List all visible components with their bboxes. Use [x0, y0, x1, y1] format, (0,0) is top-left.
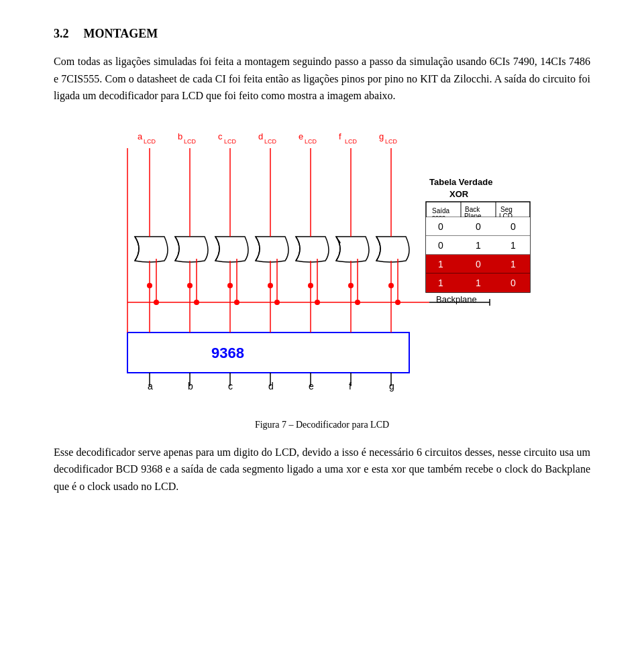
svg-point-46 [388, 283, 394, 288]
svg-text:b: b [188, 381, 193, 391]
svg-text:1: 1 [511, 259, 516, 269]
svg-text:d: d [258, 131, 263, 141]
svg-text:0: 0 [511, 221, 516, 232]
svg-rect-0 [127, 332, 409, 373]
circuit-diagram: 9368 a b c d e f g a LCD b LCD c LCD d L… [87, 125, 557, 413]
svg-text:a: a [148, 381, 153, 391]
svg-text:1: 1 [476, 278, 481, 288]
svg-text:LCD: LCD [305, 138, 317, 145]
svg-text:1: 1 [438, 278, 443, 288]
svg-text:0: 0 [476, 259, 481, 269]
svg-text:LCD: LCD [144, 138, 156, 145]
paragraph-1: Com todas as ligações simuladas foi feit… [54, 53, 590, 105]
svg-text:1: 1 [438, 259, 443, 269]
svg-text:LCD: LCD [224, 138, 237, 145]
svg-point-41 [187, 283, 193, 288]
svg-text:0: 0 [438, 240, 443, 251]
svg-point-58 [274, 300, 280, 305]
svg-text:1: 1 [511, 240, 516, 251]
svg-point-61 [395, 300, 400, 305]
svg-text:0: 0 [511, 278, 516, 288]
svg-text:LCD: LCD [264, 138, 277, 145]
svg-point-45 [348, 283, 354, 288]
figure-caption: Figura 7 – Decodificador para LCD [255, 420, 389, 430]
svg-point-42 [227, 283, 233, 288]
svg-text:c: c [218, 131, 223, 141]
svg-point-44 [308, 283, 313, 288]
svg-text:g: g [389, 381, 394, 391]
svg-point-56 [194, 300, 199, 305]
svg-text:Tabela Verdade: Tabela Verdade [429, 177, 492, 187]
svg-point-43 [268, 283, 273, 288]
section-title: 3.2 MONTAGEM [54, 27, 590, 41]
svg-text:LCD: LCD [184, 138, 197, 145]
svg-point-60 [355, 300, 360, 305]
paragraph-2: Esse decodificador serve apenas para um … [54, 444, 590, 495]
svg-point-57 [234, 300, 239, 305]
svg-rect-78 [426, 217, 461, 236]
svg-rect-92 [426, 255, 461, 274]
svg-rect-85 [426, 236, 461, 255]
svg-point-59 [315, 300, 320, 305]
svg-text:0: 0 [476, 221, 481, 232]
figure-container: 9368 a b c d e f g a LCD b LCD c LCD d L… [54, 125, 590, 430]
svg-rect-99 [426, 274, 461, 292]
svg-text:LCD: LCD [385, 138, 398, 145]
svg-text:0: 0 [438, 221, 443, 232]
svg-text:1: 1 [476, 240, 481, 251]
svg-text:a: a [138, 131, 143, 141]
svg-text:LCD: LCD [345, 138, 358, 145]
svg-text:XOR: XOR [449, 189, 469, 199]
svg-text:e: e [309, 381, 314, 391]
svg-text:f: f [339, 131, 341, 141]
svg-text:9368: 9368 [211, 345, 244, 361]
svg-text:Saída: Saída [432, 207, 450, 215]
svg-text:d: d [268, 381, 274, 391]
svg-text:g: g [379, 131, 384, 141]
svg-point-40 [147, 283, 152, 288]
svg-text:b: b [178, 131, 182, 141]
svg-point-55 [154, 300, 159, 305]
svg-text:e: e [299, 131, 303, 141]
